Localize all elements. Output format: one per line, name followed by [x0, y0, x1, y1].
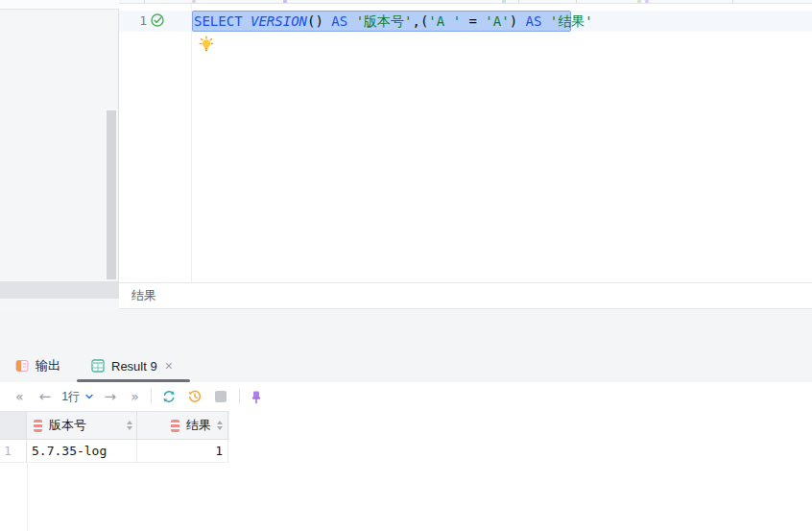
stop-icon[interactable]: [215, 391, 227, 402]
toolbar-separator: [151, 389, 152, 404]
tab-output[interactable]: 输出: [6, 350, 73, 382]
sql-string: '结果': [550, 13, 593, 29]
tab-result-label: Result 9: [111, 359, 157, 374]
tab-output-label: 输出: [36, 357, 60, 374]
column-header-version[interactable]: 版本号: [27, 412, 137, 439]
left-toolwindow-header-edge: [0, 0, 119, 10]
sql-string: 'A': [485, 13, 509, 29]
tab-result-9[interactable]: Result 9 ×: [77, 350, 190, 382]
sql-operator: =: [461, 13, 485, 29]
row-number-cell[interactable]: 1: [0, 440, 27, 462]
horizontal-scrollbar-track[interactable]: [0, 281, 119, 299]
toolbar-icon-edge: [502, 0, 506, 3]
toolbar-icon-edge: [192, 0, 196, 3]
cell-version-value[interactable]: 5.7.35-log: [27, 440, 137, 462]
sql-punct: ): [510, 13, 526, 29]
lightbulb-icon[interactable]: [198, 36, 215, 53]
history-icon[interactable]: [187, 389, 203, 404]
left-toolwindow-panel: [0, 10, 119, 299]
line-number: 1: [119, 11, 147, 32]
row-number-column-border: [27, 463, 28, 531]
left-panel-footer: [0, 299, 119, 309]
console-output-icon: [15, 359, 29, 373]
sql-function: VERSION: [251, 13, 307, 29]
column-header-result[interactable]: 结果: [137, 412, 228, 439]
pin-icon[interactable]: [250, 390, 263, 404]
row-number-header-cell[interactable]: [0, 412, 27, 439]
toolbar-separator: [144, 0, 145, 3]
results-splitter-bar[interactable]: 结果: [119, 283, 812, 309]
result-toolbar: « ← 1行 → »: [0, 382, 812, 411]
sql-string: 'A ': [428, 13, 461, 29]
sql-editor[interactable]: 1 SELECT VERSION() AS '版本号',('A ' = 'A')…: [119, 4, 812, 283]
table-row: 1 5.7.35-log 1: [0, 440, 229, 463]
chevron-down-icon: [84, 392, 94, 401]
sql-keyword: AS: [331, 13, 355, 29]
toolbar-separator: [576, 0, 577, 3]
sort-toggle-icon[interactable]: [217, 421, 223, 430]
sql-statement[interactable]: SELECT VERSION() AS '版本号',('A ' = 'A') A…: [194, 11, 593, 32]
close-icon[interactable]: ×: [165, 359, 173, 373]
toolbar-icon-edge: [283, 0, 287, 3]
sort-toggle-icon[interactable]: [127, 421, 132, 430]
result-table-icon: [91, 359, 105, 373]
next-page-button[interactable]: →: [105, 390, 117, 404]
previous-page-button[interactable]: ←: [39, 390, 52, 404]
last-page-button[interactable]: »: [131, 390, 139, 403]
toolbar-icon-edge: [637, 0, 641, 3]
first-page-button[interactable]: «: [15, 390, 24, 403]
toolbar-separator: [732, 0, 733, 3]
sql-string: '版本号': [356, 13, 413, 29]
grid-header-row: 版本号 结果: [0, 411, 229, 440]
column-label: 结果: [186, 417, 211, 434]
refresh-icon[interactable]: [161, 389, 177, 404]
vertical-scrollbar-thumb[interactable]: [107, 110, 116, 279]
cell-result-value[interactable]: 1: [137, 440, 228, 462]
sql-keyword: SELECT: [194, 13, 251, 29]
sql-punct: (): [307, 13, 331, 29]
page-size-dropdown[interactable]: 1行: [61, 389, 93, 405]
page-size-value: 1行: [61, 389, 80, 405]
run-success-check-icon[interactable]: [150, 12, 165, 28]
column-icon: [34, 420, 42, 432]
bottom-tabbar: 输出 Result 9 ×: [0, 350, 812, 382]
column-icon: [171, 420, 179, 432]
gutter-separator: [191, 4, 192, 282]
column-label: 版本号: [49, 417, 86, 434]
toolbar-separator: [239, 389, 240, 404]
toolbar-icon-edge: [645, 0, 649, 3]
sql-keyword: AS: [526, 13, 550, 29]
sql-punct: ,(: [412, 13, 428, 29]
panel-gap: [0, 309, 812, 350]
results-splitter-label: 结果: [131, 283, 156, 308]
toolbar-separator: [518, 0, 519, 3]
